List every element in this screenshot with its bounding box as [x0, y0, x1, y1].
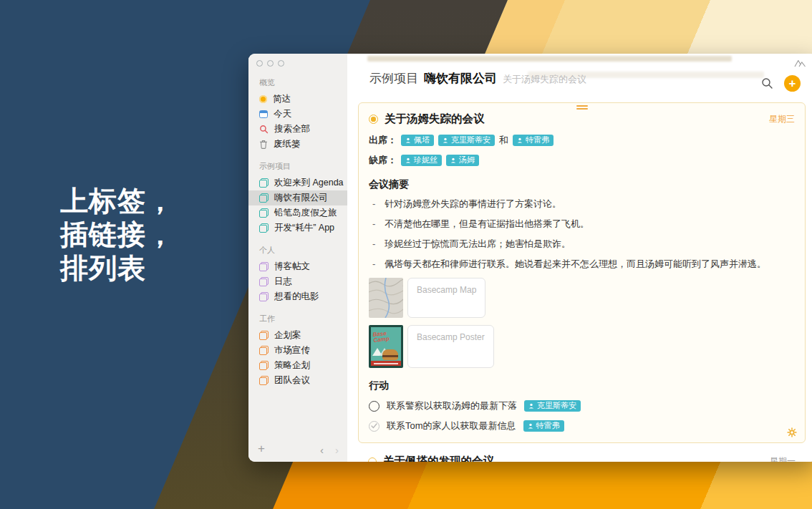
sidebar-item-label: 废纸篓 [274, 138, 301, 150]
minimize-window-button[interactable] [267, 60, 274, 67]
breadcrumb-note-title: 关于汤姆失踪的会议 [503, 73, 586, 86]
sidebar-item-yak-app[interactable]: 开发“耗牛” App [248, 220, 347, 236]
sidebar-item-label: 策略企划 [274, 359, 310, 372]
hero-tagline: 上标签， 插链接， 排列表 [60, 185, 175, 285]
sidebar-item-trash[interactable]: 废纸篓 [248, 137, 347, 152]
sidebar-item-journal[interactable]: 日志 [248, 274, 347, 289]
sidebar-item-label: 今天 [274, 108, 291, 120]
forward-chevron-button[interactable]: › [335, 444, 339, 456]
notes-icon [259, 361, 269, 370]
todo-text: 联系Tom的家人以获取最新信息 [387, 420, 516, 432]
notes-icon [259, 262, 269, 271]
summary-bullet: -佩塔每天都在和律师进行联系。她说看起来并不怎么理想，而且汤姆可能听到了风声并潜… [369, 258, 795, 271]
toolbar-actions: + [761, 75, 801, 92]
sidebar-item-label: 市场宣传 [274, 344, 310, 357]
attachment-basecamp-poster[interactable]: Base Camp Basecamp Poster [369, 325, 795, 368]
note-date[interactable]: 星期一 [770, 455, 796, 462]
person-tag[interactable]: 珍妮丝 [401, 155, 442, 166]
sidebar-item-label: 日志 [274, 276, 292, 288]
sidebar-item-search-all[interactable]: 搜索全部 [248, 122, 347, 137]
back-chevron-button[interactable]: ‹ [320, 444, 324, 456]
app-window: 概览 简达 今天 搜索全部 废纸篓 示例项目 欢迎来到 Agenda [248, 54, 812, 462]
actions-header: 行动 [369, 379, 795, 392]
notes-icon [259, 193, 269, 203]
notes-icon [259, 292, 269, 301]
person-tag[interactable]: 佩塔 [401, 135, 434, 146]
summary-bullet: -珍妮丝过于惊慌而无法出席；她害怕是欺诈。 [369, 238, 795, 251]
sidebar-item-strategy[interactable]: 策略企划 [248, 358, 347, 373]
todo-text: 联系警察以获取汤姆的最新下落 [387, 399, 517, 412]
person-tag[interactable]: 特雷弗 [513, 135, 554, 146]
search-icon [259, 125, 269, 134]
sidebar-item-team-meeting[interactable]: 团队会议 [248, 373, 347, 388]
sidebar-section-work: 工作 [248, 314, 347, 324]
sidebar-item-proposal[interactable]: 企划案 [248, 328, 347, 343]
orange-dot-icon [259, 95, 267, 103]
sidebar-item-label: 搜索全部 [274, 123, 310, 135]
summary-bullet: -不清楚他在哪里，但是有证据指出他搭乘了飞机。 [369, 218, 795, 231]
sidebar-item-jianda[interactable]: 简达 [248, 92, 347, 107]
person-tag[interactable]: 特雷弗 [523, 420, 564, 432]
on-the-agenda-icon[interactable] [369, 115, 378, 124]
sidebar-item-label: 企划案 [274, 329, 301, 341]
note-title-row: 关于汤姆失踪的会议 星期三 [369, 112, 795, 127]
checkbox-unchecked[interactable] [369, 401, 380, 412]
mountains-icon [794, 58, 806, 67]
person-icon [450, 157, 456, 163]
calendar-icon [259, 110, 268, 118]
sidebar-item-welcome-agenda[interactable]: 欢迎来到 Agenda [248, 175, 347, 190]
sidebar-item-movies-to-watch[interactable]: 想看的电影 [248, 289, 347, 304]
sidebar-item-today[interactable]: 今天 [248, 107, 347, 122]
summary-header: 会议摘要 [369, 178, 795, 191]
attachment-label: Basecamp Map [407, 278, 485, 318]
note-title: 关于汤姆失踪的会议 [385, 112, 485, 127]
note-card: 关于汤姆失踪的会议 星期三 出席： 佩塔 克里斯蒂安 和 特雷弗 缺席： 珍妮丝… [358, 102, 806, 443]
sidebar-section-sample-projects: 示例项目 [248, 161, 347, 172]
sidebar-item-label: 开发“耗牛” App [274, 222, 334, 234]
person-tag[interactable]: 克里斯蒂安 [438, 135, 495, 146]
person-icon [405, 137, 411, 143]
trash-icon [259, 140, 268, 149]
checkbox-checked[interactable] [369, 421, 380, 432]
sidebar-item-blog-posts[interactable]: 博客帖文 [248, 259, 347, 274]
sidebar-item-pencil-island-trip[interactable]: 铅笔岛度假之旅 [248, 205, 347, 220]
notes-icon [259, 178, 269, 188]
todo-item: 联系Tom的家人以获取最新信息 特雷弗 [369, 420, 795, 432]
poster-text: Base Camp [372, 329, 400, 344]
new-note-button[interactable]: + [784, 75, 801, 92]
search-icon[interactable] [761, 77, 773, 89]
summary-bullet: -针对汤姆意外失踪的事情进行了方案讨论。 [369, 198, 795, 211]
map-thumbnail [369, 278, 403, 318]
attendance-row-present: 出席： 佩塔 克里斯蒂安 和 特雷弗 [369, 134, 795, 147]
bg-band-oranges [273, 460, 812, 509]
notes-icon [259, 277, 269, 286]
note-date[interactable]: 星期三 [769, 113, 795, 125]
notes-icon [259, 346, 269, 355]
breadcrumb-project-name[interactable]: 嗨饮有限公司 [424, 70, 497, 87]
add-project-button[interactable]: + [258, 442, 265, 456]
person-icon [443, 137, 448, 143]
zoom-window-button[interactable] [278, 60, 284, 67]
sidebar-item-marketing[interactable]: 市场宣传 [248, 343, 347, 358]
joiner-text: 和 [499, 134, 508, 147]
breadcrumb-category[interactable]: 示例项目 [369, 70, 418, 87]
hero-line-2: 插链接， [60, 218, 175, 252]
person-icon [528, 403, 534, 409]
note-status-icon[interactable] [368, 457, 377, 462]
hero-line-1: 上标签， [60, 185, 175, 218]
close-window-button[interactable] [256, 60, 263, 67]
note-card-collapsed[interactable]: 关于佩塔的发现的会议 星期一 出席： 汤姆 佩塔 克里斯蒂安 和 特雷弗 [358, 454, 806, 462]
sidebar-item-label: 简达 [273, 93, 291, 105]
note-settings-gear-icon[interactable] [787, 427, 797, 437]
sidebar-item-label: 欢迎来到 Agenda [274, 177, 344, 189]
attendance-label: 缺席： [369, 154, 397, 167]
person-tag[interactable]: 汤姆 [446, 155, 479, 166]
drag-handle[interactable] [576, 105, 588, 111]
sidebar-item-haiyin-company[interactable]: 嗨饮有限公司 [248, 190, 347, 205]
todo-item: 联系警察以获取汤姆的最新下落 克里斯蒂安 [369, 399, 795, 412]
notes-icon [259, 208, 269, 218]
notes-icon [259, 331, 269, 340]
sidebar-item-label: 嗨饮有限公司 [274, 192, 328, 204]
person-tag[interactable]: 克里斯蒂安 [524, 400, 581, 412]
attachment-basecamp-map[interactable]: Basecamp Map [369, 278, 795, 318]
